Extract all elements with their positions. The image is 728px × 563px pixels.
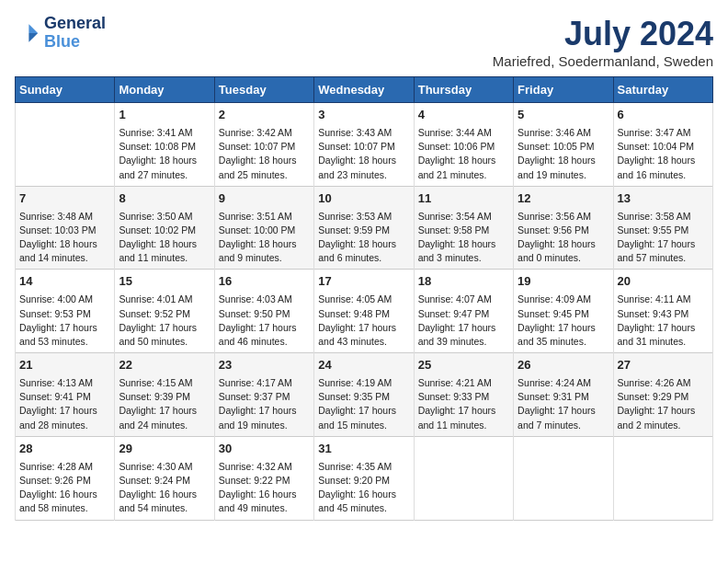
calendar-cell: 20Sunrise: 4:11 AM Sunset: 9:43 PM Dayli… (613, 270, 712, 353)
day-content: Sunrise: 3:43 AM Sunset: 10:07 PM Daylig… (318, 126, 409, 182)
logo-icon (15, 20, 40, 46)
calendar-cell: 4Sunrise: 3:44 AM Sunset: 10:06 PM Dayli… (414, 103, 513, 187)
calendar-cell (16, 103, 115, 187)
location-subtitle: Mariefred, Soedermanland, Sweden (493, 53, 713, 69)
day-number: 24 (318, 357, 409, 374)
calendar-cell: 24Sunrise: 4:19 AM Sunset: 9:35 PM Dayli… (314, 353, 414, 437)
day-number: 26 (518, 357, 609, 374)
calendar-cell: 21Sunrise: 4:13 AM Sunset: 9:41 PM Dayli… (16, 353, 115, 437)
day-number: 20 (618, 273, 709, 291)
month-title: July 2024 (493, 15, 713, 53)
calendar-cell: 7Sunrise: 3:48 AM Sunset: 10:03 PM Dayli… (16, 186, 115, 270)
day-number: 19 (518, 273, 609, 291)
svg-marker-1 (28, 33, 38, 42)
calendar-cell (414, 436, 513, 520)
calendar-week-1: 1Sunrise: 3:41 AM Sunset: 10:08 PM Dayli… (16, 103, 713, 187)
day-number: 16 (219, 273, 310, 291)
day-content: Sunrise: 4:30 AM Sunset: 9:24 PM Dayligh… (119, 460, 210, 516)
calendar-cell: 8Sunrise: 3:50 AM Sunset: 10:02 PM Dayli… (115, 186, 214, 270)
logo-text: General Blue (44, 15, 106, 52)
day-content: Sunrise: 4:05 AM Sunset: 9:48 PM Dayligh… (318, 293, 409, 349)
day-number: 23 (219, 357, 310, 374)
calendar-body: 1Sunrise: 3:41 AM Sunset: 10:08 PM Dayli… (16, 103, 713, 521)
logo: General Blue (15, 15, 106, 52)
day-number: 18 (418, 273, 509, 291)
day-header-thursday: Thursday (414, 77, 513, 103)
day-number: 28 (19, 441, 110, 458)
calendar-cell: 19Sunrise: 4:09 AM Sunset: 9:45 PM Dayli… (514, 270, 613, 353)
day-content: Sunrise: 4:11 AM Sunset: 9:43 PM Dayligh… (618, 293, 709, 349)
calendar-cell: 28Sunrise: 4:28 AM Sunset: 9:26 PM Dayli… (16, 436, 115, 520)
day-number: 13 (618, 190, 709, 208)
calendar-cell: 14Sunrise: 4:00 AM Sunset: 9:53 PM Dayli… (16, 270, 115, 353)
day-content: Sunrise: 4:13 AM Sunset: 9:41 PM Dayligh… (19, 376, 110, 432)
day-number: 3 (318, 107, 409, 124)
calendar-cell: 15Sunrise: 4:01 AM Sunset: 9:52 PM Dayli… (115, 270, 214, 353)
calendar-cell: 9Sunrise: 3:51 AM Sunset: 10:00 PM Dayli… (214, 186, 313, 270)
day-number: 11 (418, 190, 509, 208)
day-content: Sunrise: 4:00 AM Sunset: 9:53 PM Dayligh… (19, 293, 110, 349)
calendar-week-4: 21Sunrise: 4:13 AM Sunset: 9:41 PM Dayli… (16, 353, 713, 437)
calendar-cell: 5Sunrise: 3:46 AM Sunset: 10:05 PM Dayli… (514, 103, 613, 187)
day-number: 4 (418, 107, 509, 124)
day-content: Sunrise: 4:07 AM Sunset: 9:47 PM Dayligh… (418, 293, 509, 349)
day-header-friday: Friday (514, 77, 613, 103)
calendar-cell: 31Sunrise: 4:35 AM Sunset: 9:20 PM Dayli… (314, 436, 414, 520)
day-number: 1 (119, 107, 210, 124)
calendar-cell: 18Sunrise: 4:07 AM Sunset: 9:47 PM Dayli… (414, 270, 513, 353)
day-number: 2 (219, 107, 310, 124)
day-content: Sunrise: 4:01 AM Sunset: 9:52 PM Dayligh… (119, 293, 210, 349)
calendar-cell: 26Sunrise: 4:24 AM Sunset: 9:31 PM Dayli… (514, 353, 613, 437)
day-number: 29 (119, 441, 210, 458)
day-content: Sunrise: 4:35 AM Sunset: 9:20 PM Dayligh… (318, 460, 409, 516)
day-number: 25 (418, 357, 509, 374)
day-header-wednesday: Wednesday (314, 77, 414, 103)
calendar-cell: 10Sunrise: 3:53 AM Sunset: 9:59 PM Dayli… (314, 186, 414, 270)
day-content: Sunrise: 3:54 AM Sunset: 9:58 PM Dayligh… (418, 210, 509, 266)
day-number: 30 (219, 441, 310, 458)
day-number: 21 (19, 357, 110, 374)
calendar-cell: 27Sunrise: 4:26 AM Sunset: 9:29 PM Dayli… (613, 353, 712, 437)
calendar-cell (514, 436, 613, 520)
day-header-sunday: Sunday (16, 77, 115, 103)
calendar-header-row: SundayMondayTuesdayWednesdayThursdayFrid… (16, 77, 713, 103)
calendar-cell: 25Sunrise: 4:21 AM Sunset: 9:33 PM Dayli… (414, 353, 513, 437)
day-content: Sunrise: 3:44 AM Sunset: 10:06 PM Daylig… (418, 126, 509, 182)
calendar-cell: 23Sunrise: 4:17 AM Sunset: 9:37 PM Dayli… (214, 353, 313, 437)
day-content: Sunrise: 4:17 AM Sunset: 9:37 PM Dayligh… (219, 376, 310, 432)
day-number: 14 (19, 273, 110, 291)
day-number: 27 (618, 357, 709, 374)
day-content: Sunrise: 4:21 AM Sunset: 9:33 PM Dayligh… (418, 376, 509, 432)
day-header-tuesday: Tuesday (214, 77, 313, 103)
calendar-week-5: 28Sunrise: 4:28 AM Sunset: 9:26 PM Dayli… (16, 436, 713, 520)
calendar-cell: 17Sunrise: 4:05 AM Sunset: 9:48 PM Dayli… (314, 270, 414, 353)
calendar-cell (613, 436, 712, 520)
day-content: Sunrise: 4:19 AM Sunset: 9:35 PM Dayligh… (318, 376, 409, 432)
day-content: Sunrise: 4:09 AM Sunset: 9:45 PM Dayligh… (518, 293, 609, 349)
day-content: Sunrise: 3:47 AM Sunset: 10:04 PM Daylig… (618, 126, 709, 182)
day-content: Sunrise: 4:28 AM Sunset: 9:26 PM Dayligh… (19, 460, 110, 516)
day-header-saturday: Saturday (613, 77, 712, 103)
calendar-cell: 29Sunrise: 4:30 AM Sunset: 9:24 PM Dayli… (115, 436, 214, 520)
calendar-cell: 12Sunrise: 3:56 AM Sunset: 9:56 PM Dayli… (514, 186, 613, 270)
calendar-cell: 22Sunrise: 4:15 AM Sunset: 9:39 PM Dayli… (115, 353, 214, 437)
title-area: July 2024 Mariefred, Soedermanland, Swed… (493, 15, 713, 69)
day-number: 17 (318, 273, 409, 291)
day-content: Sunrise: 4:03 AM Sunset: 9:50 PM Dayligh… (219, 293, 310, 349)
calendar-cell: 11Sunrise: 3:54 AM Sunset: 9:58 PM Dayli… (414, 186, 513, 270)
calendar-cell: 13Sunrise: 3:58 AM Sunset: 9:55 PM Dayli… (613, 186, 712, 270)
calendar-cell: 1Sunrise: 3:41 AM Sunset: 10:08 PM Dayli… (115, 103, 214, 187)
calendar-cell: 3Sunrise: 3:43 AM Sunset: 10:07 PM Dayli… (314, 103, 414, 187)
day-number: 5 (518, 107, 609, 124)
day-content: Sunrise: 3:42 AM Sunset: 10:07 PM Daylig… (219, 126, 310, 182)
day-number: 8 (119, 190, 210, 208)
svg-marker-0 (28, 24, 38, 33)
calendar-cell: 30Sunrise: 4:32 AM Sunset: 9:22 PM Dayli… (214, 436, 313, 520)
day-content: Sunrise: 3:53 AM Sunset: 9:59 PM Dayligh… (318, 210, 409, 266)
calendar-cell: 16Sunrise: 4:03 AM Sunset: 9:50 PM Dayli… (214, 270, 313, 353)
day-number: 7 (19, 190, 110, 208)
calendar-cell: 2Sunrise: 3:42 AM Sunset: 10:07 PM Dayli… (214, 103, 313, 187)
page-header: General Blue July 2024 Mariefred, Soeder… (15, 15, 713, 69)
day-content: Sunrise: 3:48 AM Sunset: 10:03 PM Daylig… (19, 210, 110, 266)
day-number: 31 (318, 441, 409, 458)
